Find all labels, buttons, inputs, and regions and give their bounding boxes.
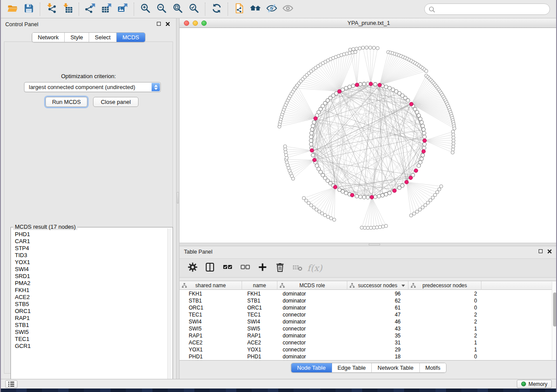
tab-network[interactable]: Network xyxy=(32,33,65,42)
vertical-splitter[interactable] xyxy=(176,18,180,379)
toolbar-separator xyxy=(134,3,134,16)
tab-style[interactable]: Style xyxy=(65,33,89,42)
create-column-button[interactable] xyxy=(256,262,268,274)
mcds-result-node[interactable]: STB5 xyxy=(15,301,167,308)
select-all-button[interactable] xyxy=(221,262,233,274)
float-panel-icon[interactable] xyxy=(538,249,543,254)
table-row[interactable]: RAP1RAP1dominator352 xyxy=(180,332,557,339)
tab-node-table[interactable]: Node Table xyxy=(291,363,332,372)
column-header-shared_name[interactable]: shared name xyxy=(180,281,242,290)
network-window-title: YPA_prune.txt_1 xyxy=(180,20,557,26)
toolbar-separator xyxy=(79,3,79,16)
delete-columns-button[interactable] xyxy=(274,262,286,274)
column-label: predecessor nodes xyxy=(422,282,467,289)
column-header-name[interactable]: name xyxy=(242,281,277,290)
table-row[interactable]: PHD1PHD1dominator180 xyxy=(180,353,557,360)
toggle-panel-layout-button[interactable] xyxy=(204,262,216,274)
mcds-result-group: MCDS result (17 nodes) PHD1CAR1STP4TID3Y… xyxy=(10,227,173,390)
search-input[interactable] xyxy=(425,4,550,14)
mcds-result-node[interactable]: SWI5 xyxy=(15,329,167,336)
zoom-in-icon xyxy=(140,3,151,16)
mcds-result-node[interactable]: STP4 xyxy=(15,245,167,252)
mcds-result-scrollbar[interactable] xyxy=(167,228,172,389)
mcds-result-node[interactable]: GCR1 xyxy=(15,343,167,350)
table-toolbar: f(x) xyxy=(180,258,557,278)
hide-selected-button[interactable] xyxy=(263,2,280,16)
function-builder-button: f(x) xyxy=(309,262,321,274)
scrollbar-thumb[interactable] xyxy=(553,292,557,327)
export-network-button[interactable] xyxy=(82,2,98,16)
zoom-selected-button[interactable] xyxy=(186,2,202,16)
network-canvas[interactable] xyxy=(180,28,557,243)
tab-edge-table[interactable]: Edge Table xyxy=(332,363,372,372)
table-row[interactable]: YOX1YOX1connector291 xyxy=(180,346,557,353)
save-session-button[interactable] xyxy=(21,2,37,16)
column-header-predecessor_nodes[interactable]: predecessor nodes xyxy=(408,281,481,290)
close-panel-icon[interactable] xyxy=(165,21,170,26)
import-table-button[interactable] xyxy=(59,2,76,16)
zoom-in-button[interactable] xyxy=(137,2,153,16)
mcds-result-node[interactable]: SRD1 xyxy=(15,273,167,280)
mcds-result-node[interactable]: ACE2 xyxy=(15,294,167,301)
mcds-result-node[interactable]: FKH1 xyxy=(15,287,167,294)
column-header-successor_nodes[interactable]: successor nodes xyxy=(347,281,408,290)
first-neighbors-button[interactable] xyxy=(247,2,263,16)
cell-successor_nodes: 46 xyxy=(347,318,408,325)
new-network-from-selection-button[interactable] xyxy=(231,2,247,16)
cell-name: PHD1 xyxy=(242,353,277,360)
float-panel-icon[interactable] xyxy=(156,21,161,26)
memory-button[interactable]: Memory xyxy=(517,380,552,388)
refresh-button[interactable] xyxy=(208,2,225,16)
tab-select[interactable]: Select xyxy=(89,33,117,42)
panel-menu-button[interactable] xyxy=(5,380,17,388)
zoom-out-button[interactable] xyxy=(153,2,170,16)
table-scrollbar[interactable] xyxy=(552,282,557,360)
status-bar: Memory xyxy=(1,379,556,389)
tab-network-table[interactable]: Network Table xyxy=(372,363,419,372)
export-image-button[interactable] xyxy=(114,2,131,16)
table-row[interactable]: FKH1FKH1dominator962 xyxy=(180,290,557,297)
mcds-result-node[interactable]: STB1 xyxy=(15,322,167,329)
table-row[interactable]: SWI4SWI4dominator462 xyxy=(180,318,557,325)
tab-motifs[interactable]: Motifs xyxy=(419,363,446,372)
table-row[interactable]: ACE2ACE2connector311 xyxy=(180,339,557,346)
export-table-button[interactable] xyxy=(98,2,114,16)
deselect-all-button[interactable] xyxy=(239,262,251,274)
import-network-button[interactable] xyxy=(43,2,59,16)
function-builder-icon: f(x) xyxy=(307,263,322,273)
mcds-result-node[interactable]: RAP1 xyxy=(15,315,167,322)
cell-shared_name: FKH1 xyxy=(180,290,242,297)
column-header-mcds_role[interactable]: MCDS role xyxy=(277,281,347,290)
table-row[interactable]: ORC1ORC1dominator610 xyxy=(180,304,557,311)
column-label: name xyxy=(253,282,266,289)
table-row[interactable]: TEC1TEC1connector472 xyxy=(180,311,557,318)
splitter-handle[interactable] xyxy=(369,244,380,245)
table-settings-button[interactable] xyxy=(187,262,198,274)
table-row[interactable]: STB1STB1dominator620 xyxy=(180,297,557,304)
mcds-result-node[interactable]: SWI4 xyxy=(15,266,167,273)
mcds-result-node[interactable]: PHD1 xyxy=(15,231,167,238)
cell-name: FKH1 xyxy=(242,290,277,297)
show-all-button[interactable] xyxy=(280,2,296,16)
cell-name: ORC1 xyxy=(242,304,277,311)
optimization-criterion-select[interactable]: largest connected component (undirected) xyxy=(24,82,161,92)
horizontal-splitter[interactable] xyxy=(180,243,557,246)
run-mcds-button[interactable]: Run MCDS xyxy=(45,97,87,107)
list-icon xyxy=(8,381,15,387)
open-file-button[interactable] xyxy=(4,2,21,16)
splitter-handle[interactable] xyxy=(177,192,179,203)
mcds-result-node[interactable]: TEC1 xyxy=(15,336,167,343)
mcds-result-node[interactable]: CAR1 xyxy=(15,238,167,245)
cell-successor_nodes: 31 xyxy=(347,339,408,346)
table-row[interactable]: SWI5SWI5connector431 xyxy=(180,325,557,332)
close-panel-icon[interactable] xyxy=(547,249,552,254)
table-settings-icon xyxy=(187,262,198,274)
mcds-result-node[interactable]: ORC1 xyxy=(15,308,167,315)
mcds-result-node[interactable]: TID3 xyxy=(15,252,167,259)
close-panel-button[interactable]: Close panel xyxy=(93,97,138,107)
tab-mcds[interactable]: MCDS xyxy=(117,33,145,42)
zoom-fit-button[interactable] xyxy=(170,2,186,16)
cell-successor_nodes: 18 xyxy=(347,353,408,360)
mcds-result-node[interactable]: YOX1 xyxy=(15,259,167,266)
mcds-result-node[interactable]: PMA2 xyxy=(15,280,167,287)
